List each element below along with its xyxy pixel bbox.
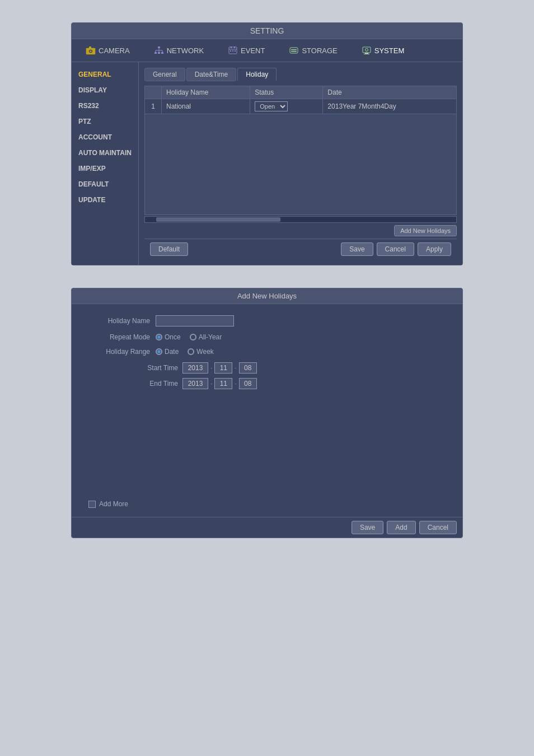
- start-day-input[interactable]: [239, 362, 257, 374]
- tab-datetime[interactable]: Date&Time: [186, 68, 237, 81]
- add-holidays-panel: Add New Holidays Holiday Name Repeat Mod…: [71, 288, 463, 538]
- svg-rect-6: [158, 52, 160, 54]
- sidebar-item-default[interactable]: DEFAULT: [72, 176, 138, 192]
- svg-rect-5: [154, 52, 157, 54]
- panel-body: GENERAL DISPLAY RS232 PTZ ACCOUNT AUTO M…: [72, 62, 462, 265]
- svg-rect-18: [232, 50, 233, 52]
- sub-tabs: General Date&Time Holiday: [144, 68, 457, 81]
- svg-rect-25: [364, 54, 369, 54]
- repeat-all-year-option[interactable]: All-Year: [190, 333, 222, 341]
- start-time-row: Start Time · ·: [88, 362, 446, 374]
- sidebar-item-imp-exp[interactable]: IMP/EXP: [72, 161, 138, 176]
- holiday-range-group: Date Week: [156, 348, 214, 356]
- range-date-option[interactable]: Date: [156, 348, 179, 356]
- start-month-input[interactable]: [214, 362, 232, 374]
- col-date: Date: [323, 86, 457, 99]
- storage-icon: [288, 45, 299, 56]
- default-button[interactable]: Default: [150, 242, 188, 256]
- range-date-radio[interactable]: [156, 348, 162, 355]
- svg-rect-16: [234, 46, 235, 48]
- row-num: 1: [145, 99, 162, 114]
- range-week-radio[interactable]: [188, 348, 194, 355]
- row-status: Open Close: [250, 99, 323, 114]
- tab-holiday[interactable]: Holiday: [237, 68, 277, 81]
- range-week-option[interactable]: Week: [188, 348, 213, 356]
- sidebar-item-account[interactable]: ACCOUNT: [72, 129, 138, 145]
- end-month-input[interactable]: [214, 378, 232, 389]
- sidebar-item-update[interactable]: UPDATE: [72, 192, 138, 208]
- setting-title: SETTING: [72, 23, 462, 39]
- add-new-holidays-button[interactable]: Add New Holidays: [394, 225, 457, 236]
- end-sep2: ·: [235, 380, 236, 388]
- event-icon: [227, 45, 238, 56]
- svg-point-26: [365, 49, 368, 52]
- svg-rect-22: [291, 51, 297, 52]
- repeat-once-option[interactable]: Once: [156, 333, 181, 341]
- repeat-all-year-radio[interactable]: [190, 334, 196, 340]
- tab-general[interactable]: General: [144, 68, 185, 81]
- holiday-name-input[interactable]: [156, 315, 234, 326]
- row-date: 2013Year 7Month4Day: [323, 99, 457, 114]
- end-year-input[interactable]: [182, 378, 208, 389]
- apply-button[interactable]: Apply: [418, 242, 451, 256]
- sidebar-item-auto-maintain[interactable]: AUTO MAINTAIN: [72, 145, 138, 161]
- svg-rect-24: [365, 53, 368, 54]
- end-sep1: ·: [210, 380, 212, 388]
- camera-icon: [85, 45, 96, 56]
- holiday-range-label: Holiday Range: [88, 348, 150, 356]
- nav-storage-label: STORAGE: [302, 46, 337, 55]
- repeat-mode-row: Repeat Mode Once All-Year: [88, 333, 446, 341]
- repeat-once-radio[interactable]: [156, 334, 162, 340]
- nav-network-label: NETWORK: [167, 46, 204, 55]
- sidebar: GENERAL DISPLAY RS232 PTZ ACCOUNT AUTO M…: [72, 62, 139, 265]
- add-more-row: Add More: [88, 500, 128, 508]
- setting-panel: SETTING CAMERA: [71, 22, 463, 265]
- sidebar-item-display[interactable]: DISPLAY: [72, 82, 138, 98]
- top-nav: CAMERA NETWORK: [72, 39, 462, 62]
- start-sep2: ·: [235, 364, 236, 372]
- setting-bottom-bar: Default Save Cancel Apply: [144, 239, 457, 259]
- sidebar-item-rs232[interactable]: RS232: [72, 98, 138, 114]
- nav-event-label: EVENT: [241, 46, 265, 55]
- add-more-label: Add More: [99, 500, 128, 508]
- add-holidays-save-button[interactable]: Save: [352, 521, 383, 534]
- nav-camera[interactable]: CAMERA: [76, 41, 139, 59]
- nav-storage[interactable]: STORAGE: [279, 41, 346, 59]
- nav-network[interactable]: NETWORK: [144, 41, 213, 59]
- system-icon: [361, 45, 372, 56]
- table-row: 1 National Open Close: [145, 99, 457, 114]
- repeat-mode-group: Once All-Year: [156, 333, 222, 341]
- scroll-thumb[interactable]: [156, 217, 280, 222]
- horizontal-scrollbar[interactable]: [144, 216, 457, 223]
- end-time-row: End Time · ·: [88, 378, 446, 389]
- row-holiday-name: National: [162, 99, 250, 114]
- status-dropdown[interactable]: Open Close: [255, 101, 288, 111]
- svg-rect-17: [230, 50, 231, 52]
- end-time-label: End Time: [88, 380, 178, 388]
- content-area: General Date&Time Holiday: [139, 62, 462, 265]
- table-empty-row: [145, 114, 457, 215]
- col-status: Status: [250, 86, 323, 99]
- svg-rect-7: [161, 52, 163, 54]
- nav-camera-label: CAMERA: [99, 46, 130, 55]
- nav-system-label: SYSTEM: [374, 46, 404, 55]
- sidebar-item-general[interactable]: GENERAL: [72, 67, 138, 82]
- repeat-mode-label: Repeat Mode: [88, 333, 150, 341]
- add-holidays-title: Add New Holidays: [72, 288, 462, 304]
- add-holidays-add-button[interactable]: Add: [387, 521, 415, 534]
- svg-point-3: [90, 50, 92, 52]
- start-time-label: Start Time: [88, 364, 178, 372]
- nav-system[interactable]: SYSTEM: [352, 41, 413, 59]
- sidebar-item-ptz[interactable]: PTZ: [72, 114, 138, 129]
- nav-event[interactable]: EVENT: [218, 41, 274, 59]
- holiday-name-label: Holiday Name: [88, 317, 150, 325]
- add-more-checkbox[interactable]: [88, 501, 96, 508]
- save-button[interactable]: Save: [341, 242, 373, 256]
- end-day-input[interactable]: [239, 378, 257, 389]
- svg-rect-20: [290, 48, 298, 53]
- cancel-button[interactable]: Cancel: [377, 242, 414, 256]
- svg-rect-21: [291, 49, 297, 50]
- svg-rect-15: [231, 46, 232, 48]
- start-year-input[interactable]: [182, 362, 208, 374]
- add-holidays-cancel-button[interactable]: Cancel: [419, 521, 457, 534]
